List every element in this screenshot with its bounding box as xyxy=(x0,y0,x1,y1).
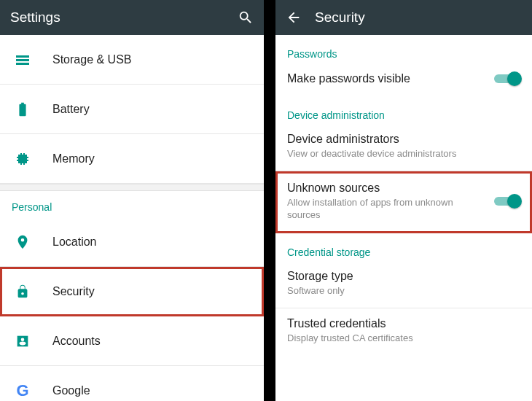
pref-title: Unknown sources xyxy=(287,182,487,195)
pref-trusted-credentials[interactable]: Trusted credentials Display trusted CA c… xyxy=(275,308,532,355)
pref-title: Storage type xyxy=(287,270,520,283)
settings-item-accounts[interactable]: Accounts xyxy=(0,316,264,366)
settings-item-google[interactable]: G Google xyxy=(0,366,264,401)
battery-icon xyxy=(13,100,32,119)
security-title: Security xyxy=(315,9,522,26)
back-icon[interactable] xyxy=(286,9,302,26)
settings-item-label: Memory xyxy=(52,152,95,166)
search-icon[interactable] xyxy=(238,9,254,26)
storage-icon xyxy=(13,50,32,69)
settings-item-label: Accounts xyxy=(52,335,101,348)
pref-summary: View or deactivate device administrators xyxy=(287,148,520,160)
switch-make-passwords-visible[interactable] xyxy=(494,71,520,86)
security-appbar: Security xyxy=(275,0,532,35)
pref-unknown-sources[interactable]: Unknown sources Allow installation of ap… xyxy=(275,171,532,233)
pref-title: Device administrators xyxy=(287,133,520,146)
location-icon xyxy=(13,233,32,252)
memory-icon xyxy=(13,149,32,168)
pref-title: Trusted credentials xyxy=(287,317,520,330)
category-credential-storage: Credential storage xyxy=(275,233,532,261)
pref-summary: Software only xyxy=(287,285,520,297)
lock-icon xyxy=(13,282,32,301)
settings-item-label: Storage & USB xyxy=(52,53,132,66)
settings-list: Storage & USB Battery Memory Personal Lo… xyxy=(0,35,264,401)
account-icon xyxy=(13,332,32,351)
settings-item-security[interactable]: Security xyxy=(0,267,264,316)
settings-item-label: Battery xyxy=(52,103,90,116)
security-panel: Security Passwords Make passwords visibl… xyxy=(275,0,532,401)
settings-title: Settings xyxy=(10,9,224,26)
settings-item-label: Security xyxy=(52,285,95,298)
settings-item-label: Location xyxy=(52,235,97,249)
settings-item-memory[interactable]: Memory xyxy=(0,134,264,184)
category-device-admin: Device administration xyxy=(275,96,532,124)
category-passwords: Passwords xyxy=(275,35,532,63)
settings-item-storage[interactable]: Storage & USB xyxy=(0,35,264,85)
section-divider xyxy=(0,184,264,191)
pref-storage-type[interactable]: Storage type Software only xyxy=(275,261,532,308)
switch-unknown-sources[interactable] xyxy=(494,194,520,209)
pref-summary: Display trusted CA certificates xyxy=(287,332,520,345)
category-personal: Personal xyxy=(0,191,264,217)
google-icon: G xyxy=(13,381,32,400)
settings-item-battery[interactable]: Battery xyxy=(0,85,264,134)
settings-appbar: Settings xyxy=(0,0,264,35)
settings-item-label: Google xyxy=(52,384,90,397)
pref-make-passwords-visible[interactable]: Make passwords visible xyxy=(275,63,532,96)
pref-title: Make passwords visible xyxy=(287,72,487,85)
settings-panel: Settings Storage & USB Battery Memory Pe… xyxy=(0,0,264,401)
panel-gap xyxy=(264,0,275,401)
pref-device-administrators[interactable]: Device administrators View or deactivate… xyxy=(275,124,532,171)
security-list: Passwords Make passwords visible Device … xyxy=(275,35,532,401)
pref-summary: Allow installation of apps from unknown … xyxy=(287,197,487,222)
settings-item-location[interactable]: Location xyxy=(0,217,264,267)
